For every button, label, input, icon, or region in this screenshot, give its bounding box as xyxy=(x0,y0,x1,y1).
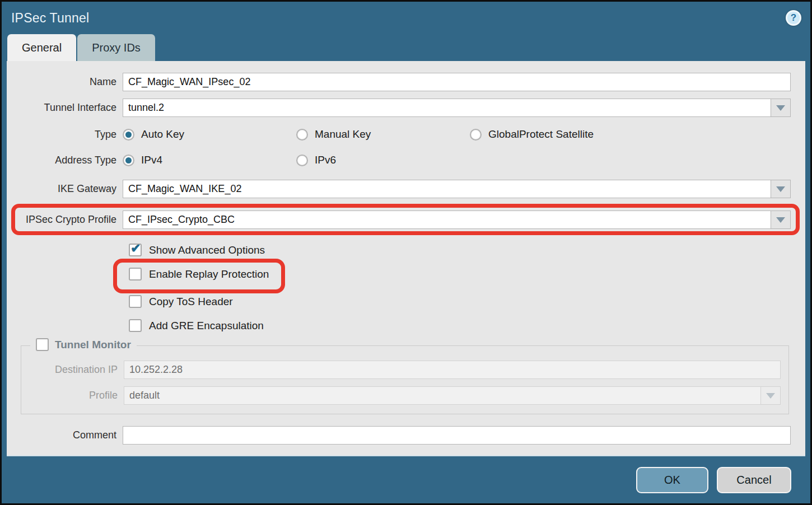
radio-unselected-icon xyxy=(470,129,482,141)
ipsec-crypto-profile-input[interactable] xyxy=(123,211,771,229)
tunnel-interface-row: Tunnel Interface xyxy=(7,99,805,117)
destination-ip-row: Destination IP xyxy=(21,361,784,379)
radio-ipv4-label: IPv4 xyxy=(141,154,162,166)
tunnel-interface-input[interactable] xyxy=(123,99,771,117)
tunnel-monitor-groupbox: Tunnel Monitor Destination IP Profile xyxy=(21,345,789,414)
cancel-button[interactable]: Cancel xyxy=(717,467,791,493)
tab-bar: General Proxy IDs xyxy=(2,34,810,61)
radio-manual-key-label: Manual Key xyxy=(315,128,371,141)
radio-selected-icon xyxy=(123,155,134,166)
ok-button[interactable]: OK xyxy=(636,467,708,493)
chevron-down-icon xyxy=(776,186,785,192)
radio-globalprotect-satellite[interactable]: GlobalProtect Satellite xyxy=(470,128,594,141)
dialog-title: IPSec Tunnel xyxy=(11,11,89,26)
chevron-down-icon xyxy=(776,217,785,223)
ike-gateway-input[interactable] xyxy=(123,180,771,198)
name-input[interactable] xyxy=(123,73,791,91)
enable-replay-protection-label: Enable Replay Protection xyxy=(149,268,269,280)
address-type-row: Address Type IPv4 IPv6 xyxy=(7,154,805,166)
help-icon[interactable]: ? xyxy=(786,10,801,26)
tunnel-interface-label: Tunnel Interface xyxy=(7,102,123,114)
radio-selected-icon xyxy=(123,129,134,141)
add-gre-encapsulation-checkbox[interactable] xyxy=(129,319,142,332)
show-advanced-options-checkbox[interactable] xyxy=(129,244,142,256)
profile-dropdown-button xyxy=(760,386,781,405)
radio-auto-key[interactable]: Auto Key xyxy=(123,128,296,141)
radio-auto-key-label: Auto Key xyxy=(141,128,184,141)
copy-tos-header-checkbox[interactable] xyxy=(129,295,142,308)
copy-tos-header-row: Copy ToS Header xyxy=(129,295,805,308)
ipsec-crypto-profile-label: IPSec Crypto Profile xyxy=(7,214,123,226)
ipsec-tunnel-dialog: IPSec Tunnel ? General Proxy IDs Name Tu… xyxy=(0,0,812,505)
tunnel-monitor-legend: Tunnel Monitor xyxy=(30,338,137,351)
tunnel-monitor-label: Tunnel Monitor xyxy=(55,339,131,351)
tab-proxy-ids[interactable]: Proxy IDs xyxy=(77,34,155,61)
comment-input[interactable] xyxy=(123,426,791,445)
enable-replay-protection-row: Enable Replay Protection xyxy=(129,268,805,280)
profile-input xyxy=(124,386,760,405)
type-label: Type xyxy=(7,129,123,141)
destination-ip-input xyxy=(124,361,781,379)
copy-tos-header-label: Copy ToS Header xyxy=(149,296,233,308)
ike-gateway-dropdown-button[interactable] xyxy=(771,180,791,198)
profile-label: Profile xyxy=(21,390,124,401)
titlebar: IPSec Tunnel ? xyxy=(2,2,810,34)
address-type-label: Address Type xyxy=(7,155,123,166)
add-gre-encapsulation-row: Add GRE Encapsulation xyxy=(129,319,805,332)
radio-globalprotect-satellite-label: GlobalProtect Satellite xyxy=(488,128,594,141)
radio-unselected-icon xyxy=(296,129,308,141)
comment-row: Comment xyxy=(7,426,805,445)
name-label: Name xyxy=(7,76,123,88)
radio-ipv4[interactable]: IPv4 xyxy=(123,154,296,166)
tunnel-interface-dropdown-button[interactable] xyxy=(771,99,791,117)
general-tab-panel: Name Tunnel Interface Type xyxy=(7,61,805,456)
profile-row: Profile xyxy=(21,386,784,405)
tab-general-label: General xyxy=(22,41,62,54)
show-advanced-options-label: Show Advanced Options xyxy=(149,244,265,256)
radio-ipv6-label: IPv6 xyxy=(315,154,336,166)
chevron-down-icon xyxy=(766,393,775,399)
tab-general[interactable]: General xyxy=(7,34,76,61)
add-gre-encapsulation-label: Add GRE Encapsulation xyxy=(149,320,264,332)
ike-gateway-label: IKE Gateway xyxy=(7,183,123,195)
type-row: Type Auto Key Manual Key GlobalProtect S… xyxy=(7,128,805,141)
name-row: Name xyxy=(7,73,805,91)
ipsec-crypto-profile-dropdown-button[interactable] xyxy=(771,211,791,229)
chevron-down-icon xyxy=(776,105,785,111)
tab-proxy-ids-label: Proxy IDs xyxy=(92,41,141,54)
enable-replay-protection-checkbox[interactable] xyxy=(129,268,142,280)
dialog-footer: OK Cancel xyxy=(2,456,810,503)
radio-manual-key[interactable]: Manual Key xyxy=(296,128,470,141)
radio-ipv6[interactable]: IPv6 xyxy=(296,154,336,166)
show-advanced-options-row: Show Advanced Options xyxy=(129,244,805,256)
ipsec-crypto-profile-row: IPSec Crypto Profile xyxy=(7,211,805,229)
ike-gateway-row: IKE Gateway xyxy=(7,180,805,198)
destination-ip-label: Destination IP xyxy=(21,364,124,376)
radio-unselected-icon xyxy=(296,155,308,166)
tunnel-monitor-checkbox[interactable] xyxy=(36,338,49,351)
comment-label: Comment xyxy=(7,429,123,441)
